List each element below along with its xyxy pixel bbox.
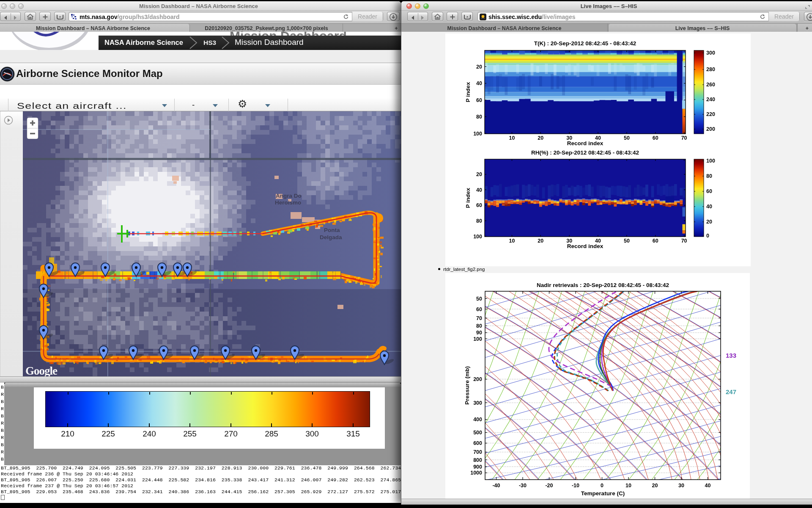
svg-text:60: 60 (476, 306, 482, 312)
svg-text:-40: -40 (492, 483, 500, 489)
svg-text:30: 30 (678, 483, 684, 489)
svg-text:220: 220 (706, 111, 715, 117)
svg-text:20: 20 (476, 64, 482, 70)
svg-text:240: 240 (706, 97, 715, 102)
svg-text:-30: -30 (519, 483, 527, 489)
svg-text:10: 10 (625, 483, 631, 489)
svg-text:50: 50 (624, 238, 630, 244)
svg-text:T(K) : 20-Sep-2012 08:42:45 -: T(K) : 20-Sep-2012 08:42:45 - 08:43:42 (534, 40, 636, 47)
svg-text:600: 600 (473, 440, 482, 446)
svg-text:280: 280 (706, 66, 715, 72)
svg-text:20: 20 (706, 219, 712, 225)
svg-text:100: 100 (706, 158, 715, 164)
svg-text:80: 80 (476, 323, 482, 329)
svg-text:260: 260 (706, 82, 715, 88)
svg-text:200: 200 (473, 376, 482, 382)
svg-text:100: 100 (473, 336, 482, 342)
svg-text:40: 40 (476, 187, 482, 193)
svg-text:300: 300 (706, 50, 715, 56)
svg-text:60: 60 (706, 188, 712, 194)
svg-text:80: 80 (476, 114, 482, 120)
svg-text:70: 70 (681, 238, 687, 244)
svg-text:0: 0 (706, 233, 709, 239)
svg-text:40: 40 (706, 204, 712, 210)
svg-text:20: 20 (538, 238, 543, 244)
svg-text:100: 100 (473, 131, 482, 137)
svg-text:300: 300 (473, 400, 482, 406)
svg-text:900: 900 (473, 464, 482, 470)
svg-text:Pressure (mb): Pressure (mb) (464, 366, 470, 405)
svg-text:50: 50 (476, 296, 482, 302)
svg-text:Heroismo: Heroismo (275, 199, 301, 206)
svg-text:70: 70 (681, 135, 687, 141)
svg-text:60: 60 (476, 97, 482, 103)
svg-text:-10: -10 (572, 483, 579, 489)
svg-text:247: 247 (726, 388, 736, 395)
svg-text:133: 133 (726, 352, 736, 359)
svg-text:50: 50 (624, 135, 630, 141)
svg-text:20: 20 (538, 135, 543, 141)
svg-text:Record index: Record index (567, 140, 604, 146)
svg-text:10: 10 (509, 238, 515, 244)
svg-text:60: 60 (653, 238, 658, 244)
svg-text:Google: Google (25, 364, 58, 376)
svg-text:100: 100 (473, 234, 482, 240)
svg-text:20: 20 (652, 483, 658, 489)
svg-text:1000: 1000 (470, 470, 482, 476)
svg-text:Ponta: Ponta (324, 227, 340, 233)
svg-text:80: 80 (706, 173, 712, 179)
svg-text:800: 800 (473, 457, 482, 463)
svg-text:60: 60 (476, 202, 482, 208)
svg-text:90: 90 (476, 330, 482, 336)
svg-text:Temperature (C): Temperature (C) (581, 490, 625, 497)
svg-text:Angra Do: Angra Do (276, 193, 302, 199)
svg-text:40: 40 (476, 80, 482, 86)
svg-text:700: 700 (473, 449, 482, 455)
svg-text:P index: P index (465, 82, 471, 102)
svg-text:500: 500 (473, 430, 482, 436)
svg-text:40: 40 (705, 483, 711, 489)
svg-text:400: 400 (473, 417, 482, 422)
svg-text:Record index: Record index (567, 243, 604, 249)
svg-text:RH(%) : 20-Sep-2012 08:42:45 -: RH(%) : 20-Sep-2012 08:42:45 - 08:43:42 (531, 149, 639, 156)
svg-text:60: 60 (653, 135, 658, 141)
svg-text:10: 10 (509, 135, 515, 141)
svg-text:80: 80 (476, 218, 482, 224)
svg-text:70: 70 (476, 315, 482, 321)
svg-text:-20: -20 (545, 483, 553, 489)
svg-text:P index: P index (465, 188, 471, 208)
svg-text:200: 200 (706, 126, 715, 132)
svg-text:20: 20 (476, 171, 482, 177)
svg-text:Nadir retrievals : 20-Sep-2012: Nadir retrievals : 20-Sep-2012 08:42:45 … (537, 282, 669, 288)
svg-text:Delgada: Delgada (320, 234, 342, 240)
svg-text:0: 0 (601, 483, 604, 489)
